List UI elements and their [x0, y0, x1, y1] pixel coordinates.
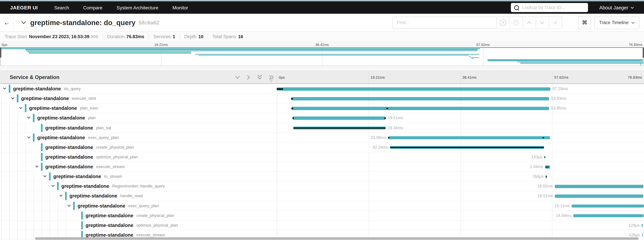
span-row[interactable]: greptime-standaloneplan_sql19.34ms: [0, 123, 644, 133]
about-jaeger-menu[interactable]: About Jaeger: [599, 5, 634, 10]
app-logo[interactable]: JAEGER UI: [10, 5, 38, 10]
span-expander-icon[interactable]: [59, 195, 63, 197]
span-expander-icon[interactable]: [19, 107, 22, 109]
critical-path-segment: [547, 166, 548, 168]
span-row[interactable]: greptime-standaloneplan_exec53.85ms: [0, 104, 644, 113]
horizontal-scrollbar[interactable]: [35, 237, 639, 240]
span-name[interactable]: greptime-standalonehandle_read: [70, 191, 143, 201]
service-name: greptime-standalone: [86, 213, 133, 218]
indent-guide: [34, 182, 34, 191]
span-bar[interactable]: [555, 185, 644, 188]
span-row[interactable]: greptime-standaloneto_stream264μs: [0, 172, 644, 181]
span-expander-icon[interactable]: [11, 97, 14, 99]
service-color-marker: [25, 104, 26, 112]
span-expander-icon[interactable]: [27, 117, 30, 119]
span-name[interactable]: greptime-standaloneexecute_stmt: [21, 94, 96, 103]
span-bar[interactable]: [572, 204, 644, 208]
operation-name: handle_read: [120, 194, 142, 198]
span-expander-icon[interactable]: [68, 204, 71, 207]
nav-item-search[interactable]: Search: [47, 5, 76, 10]
span-expander-icon[interactable]: [27, 136, 30, 138]
expand-one-button[interactable]: [247, 75, 250, 80]
span-name[interactable]: greptime-standalonedo_query: [13, 84, 81, 93]
find-help-button[interactable]: ?: [497, 16, 510, 29]
trace-title-collapse-toggle[interactable]: [21, 21, 26, 24]
minimap-left-scrubber[interactable]: [0, 48, 1, 58]
span-row[interactable]: greptime-standalonecreate_physical_plan1…: [0, 211, 644, 221]
nav-item-compare[interactable]: Compare: [76, 5, 110, 10]
meta-label: Total Spans: [212, 34, 236, 39]
span-bar[interactable]: [292, 107, 549, 110]
span-name[interactable]: greptime-standalonecreate_physical_plan: [45, 143, 134, 152]
column-resize-grip[interactable]: [270, 78, 273, 82]
minimap-right-scrubber[interactable]: [643, 48, 644, 58]
span-row[interactable]: greptime-standaloneexecute_stream1.04ms: [0, 162, 644, 172]
span-name[interactable]: greptime-standaloneplan_exec: [29, 104, 98, 113]
span-name[interactable]: greptime-standaloneoptimize_physical_pla…: [86, 221, 178, 230]
service-name: greptime-standalone: [70, 193, 117, 199]
span-expander-icon[interactable]: [35, 165, 38, 168]
span-expander-icon[interactable]: [51, 185, 55, 187]
next-match-button[interactable]: [536, 16, 549, 29]
find-input[interactable]: [392, 16, 497, 29]
operation-name: optimize_physical_plan: [96, 155, 138, 159]
focus-match-button[interactable]: [510, 16, 523, 29]
span-row[interactable]: greptime-standaloneRegionInvoker::handle…: [0, 182, 644, 191]
span-name[interactable]: greptime-standaloneoptimize_physical_pla…: [45, 152, 138, 162]
indent-guide: [58, 211, 58, 220]
top-navbar: JAEGER UI SearchCompareSystem Architectu…: [0, 1, 644, 14]
span-name[interactable]: greptime-standaloneexec_query_plan: [37, 133, 119, 142]
keyboard-shortcuts-button[interactable]: ⌘: [578, 16, 591, 29]
span-bar[interactable]: [388, 136, 550, 139]
collapse-controls: [235, 71, 274, 83]
critical-path-segment: [294, 127, 385, 128]
span-name[interactable]: greptime-standaloneto_stream: [53, 172, 122, 181]
indent-guide: [10, 201, 10, 210]
span-row[interactable]: greptime-standaloneexecute_stmt53.93ms: [0, 94, 644, 104]
operation-name: execute_stream: [96, 164, 125, 169]
span-name[interactable]: greptime-standalonecreate_physical_plan: [86, 211, 174, 220]
clear-search-button[interactable]: X: [549, 16, 562, 29]
minimap-span-bar: [640, 65, 642, 66]
span-row[interactable]: greptime-standaloneexec_query_plan15.11m…: [0, 201, 644, 211]
minimap-span-bar: [29, 53, 191, 54]
span-name[interactable]: greptime-standaloneplan_sql: [45, 123, 111, 132]
span-row[interactable]: greptime-standaloneplan19.51ms: [0, 113, 644, 123]
service-name: greptime-standalone: [21, 96, 69, 101]
trace-id-search-input[interactable]: [522, 5, 576, 10]
span-bar[interactable]: [642, 234, 643, 237]
span-row[interactable]: greptime-standaloneoptimize_physical_pla…: [0, 221, 644, 230]
trace-id-search[interactable]: [511, 3, 588, 12]
span-bar[interactable]: [292, 117, 386, 120]
span-bar[interactable]: [291, 97, 549, 100]
span-bar[interactable]: [277, 87, 550, 91]
back-button[interactable]: ←: [0, 14, 14, 31]
nav-item-monitor[interactable]: Monitor: [165, 5, 195, 10]
operation-name: execute_stream: [136, 233, 165, 237]
span-bar[interactable]: [642, 224, 642, 227]
trace-view-selector[interactable]: Trace Timeline: [594, 16, 639, 29]
indent-guide: [34, 230, 34, 240]
span-row[interactable]: greptime-standaloneoptimize_physical_pla…: [0, 152, 644, 162]
span-row[interactable]: greptime-standalonedo_query57.28ms: [0, 84, 644, 94]
minimap-canvas[interactable]: [0, 47, 644, 66]
span-name[interactable]: greptime-standaloneexec_query_plan: [78, 201, 159, 210]
axis-tick-label: 38.41ms: [462, 71, 476, 83]
span-row[interactable]: greptime-standaloneexec_query_plan33.89m…: [0, 133, 644, 142]
span-name[interactable]: greptime-standaloneplan: [37, 113, 96, 123]
span-name[interactable]: greptime-standaloneexecute_stream: [45, 162, 125, 171]
span-row[interactable]: greptime-standalonecreate_physical_plan3…: [0, 143, 644, 152]
critical-path-segment: [544, 157, 546, 158]
span-row[interactable]: greptime-standalonehandle_read18.51ms: [0, 191, 644, 201]
span-expander-icon[interactable]: [3, 87, 6, 90]
span-bar[interactable]: [555, 195, 643, 198]
indent-guide: [26, 191, 26, 201]
service-name: greptime-standalone: [29, 106, 77, 111]
collapse-one-button[interactable]: [235, 76, 240, 79]
span-name[interactable]: greptime-standaloneRegionInvoker::handle…: [62, 182, 165, 191]
span-expander-icon[interactable]: [43, 175, 46, 177]
span-bar[interactable]: [574, 214, 644, 217]
nav-item-system-architecture[interactable]: System Architecture: [110, 5, 165, 10]
prev-match-button[interactable]: [523, 16, 536, 29]
collapse-all-button[interactable]: [257, 75, 262, 80]
